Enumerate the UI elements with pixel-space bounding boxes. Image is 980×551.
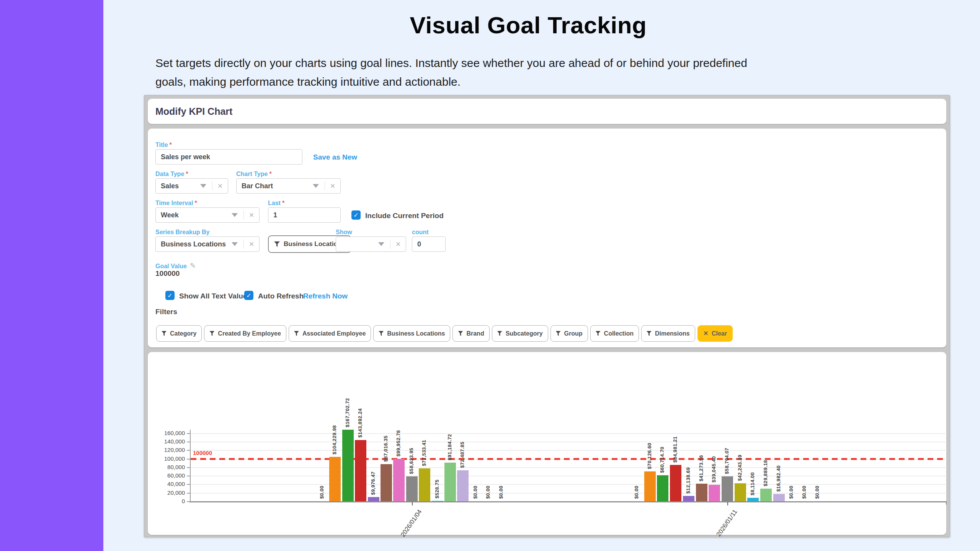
bar[interactable] [381,464,392,501]
filter-chip-associated-employee[interactable]: Associated Employee [289,325,371,342]
edit-pencil-icon[interactable]: ✎ [190,262,196,270]
bar[interactable] [342,430,354,501]
filter-chip-label: Associated Employee [302,330,366,337]
bar[interactable] [419,468,430,501]
chevron-down-icon[interactable] [313,184,319,188]
bar-value-label: $91,184.72 [447,434,452,460]
bar[interactable] [444,463,456,501]
y-axis-tick-label: 120,000 [154,447,185,453]
last-input[interactable] [268,207,341,223]
filter-chip-category[interactable]: Category [156,325,202,342]
data-type-value: Sales [156,182,194,190]
y-axis-tick-label: 100,000 [154,455,185,462]
clear-filters-button[interactable]: ✕Clear [697,325,733,342]
clear-field-icon[interactable]: ✕ [325,182,340,190]
bar[interactable] [355,440,366,501]
bar[interactable] [432,501,443,501]
bar[interactable] [773,494,785,501]
bar[interactable] [670,465,681,501]
bar-value-label: $8,114.00 [750,472,755,496]
count-input[interactable] [412,236,446,252]
bar[interactable] [329,457,341,501]
bar-value-label: $0.00 [814,486,820,499]
clear-filters-label: Clear [712,330,727,337]
bar-value-label: $99,952.78 [395,430,401,456]
filter-chip-subcategory[interactable]: Subcategory [492,325,548,342]
data-type-select[interactable]: Sales ✕ [155,178,228,194]
bar[interactable] [747,498,759,501]
last-label: Last* [268,200,284,207]
chevron-down-icon[interactable] [232,213,238,217]
x-axis-tick [412,502,413,505]
bar-chart: 020,00040,00060,00080,000100,000120,0001… [148,352,946,535]
bar[interactable] [368,497,379,501]
y-gridline [190,442,947,442]
bar[interactable] [393,459,405,501]
bar[interactable] [644,471,656,501]
filters-heading: Filters [155,308,177,316]
chevron-down-icon[interactable] [232,242,238,246]
page-description: Set targets directly on your charts usin… [155,54,921,91]
bar[interactable] [683,496,694,501]
close-icon: ✕ [703,329,709,337]
filter-chip-label: Business Locations [387,330,445,337]
bar[interactable] [760,489,772,501]
chevron-down-icon[interactable] [378,242,384,246]
auto-refresh-checkbox[interactable]: ✓ [244,291,253,300]
y-axis-tick [187,484,190,485]
bar[interactable] [709,485,720,501]
filter-chip-business-locations[interactable]: Business Locations [373,325,450,342]
show-select[interactable]: ✕ [336,236,406,252]
bar-value-label: $77,533.41 [421,440,427,466]
filter-chip-brand[interactable]: Brand [452,325,489,342]
bar-value-label: $9,976.47 [370,471,376,495]
series-breakup-select[interactable]: Business Locations ✕ [155,236,260,252]
include-current-period-label: Include Current Period [365,212,444,220]
goal-line-label: 100000 [193,450,212,456]
bar[interactable] [722,476,733,501]
clear-field-icon[interactable]: ✕ [390,240,406,248]
save-as-new-link[interactable]: Save as New [313,153,357,161]
bar[interactable] [657,475,668,501]
time-interval-label: Time Interval* [155,200,197,207]
kpi-modal-title: Modify KPI Chart [155,106,232,117]
x-axis-category-label: 2026/01/04 [389,508,423,551]
filter-chip-label: Brand [466,330,484,337]
kpi-modal-frame: Modify KPI Chart Title* Save as New Data… [144,95,950,537]
filter-chip-created-by-employee[interactable]: Created By Employee [204,325,286,342]
filter-chip-label: Subcategory [506,330,543,337]
bar-value-label: $29,889.18 [763,460,768,486]
y-axis-tick-label: 140,000 [154,438,185,445]
clear-field-icon[interactable]: ✕ [244,240,259,248]
chart-type-value: Bar Chart [237,182,307,190]
series-breakup-value: Business Locations [156,240,226,248]
refresh-now-link[interactable]: Refresh Now [303,292,348,300]
filter-chip-label: Collection [604,330,634,337]
title-input[interactable] [155,149,302,165]
bar-value-label: $104,229.98 [332,425,337,455]
page-description-line1: Set targets directly on your charts usin… [155,57,747,69]
bar[interactable] [406,476,418,501]
bar-value-label: $0.00 [485,486,491,499]
bar[interactable] [735,483,746,501]
clear-field-icon[interactable]: ✕ [244,211,259,219]
y-axis-tick [187,450,190,451]
filter-funnel-icon [379,331,384,336]
x-axis-line [189,501,947,502]
filter-chip-group[interactable]: Group [550,325,588,342]
filter-funnel-icon [458,331,463,336]
filter-funnel-icon [294,331,299,336]
chart-type-select[interactable]: Bar Chart ✕ [236,178,341,194]
filter-chip-collection[interactable]: Collection [590,325,639,342]
show-all-text-values-checkbox[interactable]: ✓ [165,291,175,300]
time-interval-select[interactable]: Week ✕ [155,207,260,223]
y-axis-tick [187,467,190,468]
include-current-period-checkbox[interactable]: ✓ [351,210,361,220]
kpi-form-panel: Title* Save as New Data Type* Sales ✕ Ch… [148,129,946,347]
bar[interactable] [457,470,469,501]
clear-field-icon[interactable]: ✕ [212,182,228,190]
chevron-down-icon[interactable] [200,184,206,188]
bar[interactable] [696,484,707,501]
filter-funnel-icon [209,331,214,336]
filter-chip-dimensions[interactable]: Dimensions [641,325,695,342]
